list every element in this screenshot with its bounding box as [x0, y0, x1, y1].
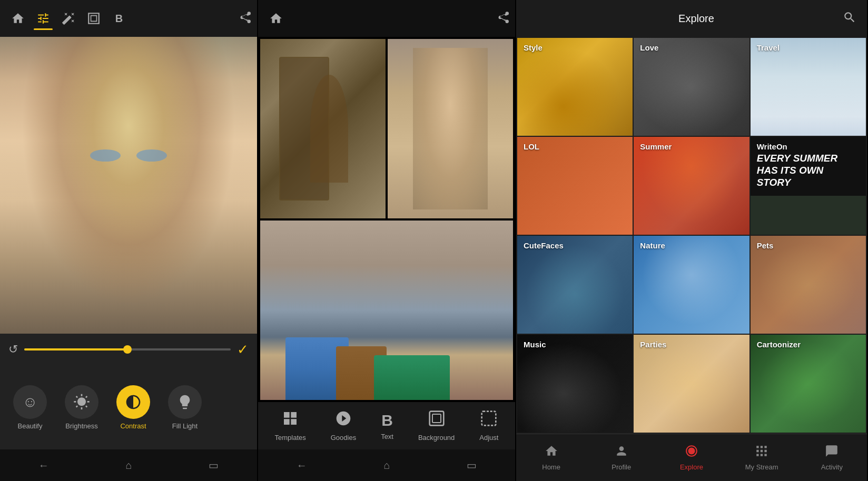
cartoonizer-label: Cartoonizer: [757, 340, 801, 349]
home-nav-label: Home: [542, 463, 560, 471]
lol-label: LOL: [524, 142, 539, 151]
collage-cell-boats[interactable]: [260, 221, 513, 400]
nav-profile[interactable]: Profile: [600, 444, 643, 471]
category-lol[interactable]: LOL: [517, 137, 633, 235]
music-label: Music: [524, 340, 546, 349]
middle-tools-row: Templates Goodies B Text Background: [258, 402, 515, 449]
magic-wand-icon[interactable]: [57, 7, 80, 30]
nav-home[interactable]: Home: [530, 444, 573, 471]
explore-nav-bar: Home Profile Explore My Stream Activity: [516, 434, 867, 481]
home-button-middle[interactable]: ⌂: [383, 459, 390, 472]
explore-nav-icon: [685, 444, 698, 461]
tool-contrast[interactable]: Contrast: [110, 385, 157, 430]
back-button-middle[interactable]: ←: [297, 459, 307, 472]
category-travel[interactable]: Travel: [751, 38, 866, 136]
frame-icon[interactable]: [82, 7, 105, 30]
home-icon-left[interactable]: [6, 7, 29, 30]
background-icon: [428, 410, 445, 430]
tool-fill-light[interactable]: Fill Light: [161, 385, 209, 430]
photo-canvas-left: [0, 37, 257, 334]
profile-nav-icon: [615, 444, 628, 461]
category-cutefaces[interactable]: CuteFaces: [517, 236, 633, 334]
goodies-label: Goodies: [331, 434, 356, 442]
svg-rect-0: [429, 412, 443, 426]
category-writeon[interactable]: WriteOn Every Summer Has Its Own Story: [751, 137, 866, 235]
left-toolbar-icons: B: [6, 7, 237, 30]
category-nature[interactable]: Nature: [634, 236, 749, 334]
text-bold-icon[interactable]: B: [107, 7, 131, 30]
beautify-icon: ☺: [13, 385, 47, 419]
mystream-nav-label: My Stream: [745, 463, 778, 471]
tool-text-middle[interactable]: B Text: [381, 412, 393, 440]
text-icon-middle: B: [381, 412, 393, 429]
nav-mystream[interactable]: My Stream: [741, 444, 783, 471]
writeon-label: WriteOn: [757, 142, 787, 151]
parties-label: Parties: [640, 340, 666, 349]
brightness-icon: [65, 385, 98, 419]
category-love[interactable]: Love: [634, 38, 749, 136]
collage-cell-girl[interactable]: [388, 39, 513, 218]
left-panel: B ↺ ✓ ☺ Beautify: [0, 0, 258, 481]
search-icon-explore[interactable]: [843, 11, 856, 26]
svg-rect-1: [432, 414, 441, 423]
nav-activity[interactable]: Activity: [811, 444, 853, 471]
background-label: Background: [418, 434, 455, 442]
activity-nav-label: Activity: [821, 463, 843, 471]
cutefaces-label: CuteFaces: [524, 241, 564, 250]
undo-button[interactable]: ↺: [8, 343, 18, 356]
home-icon-middle[interactable]: [264, 7, 288, 30]
category-cartoonizer[interactable]: Cartoonizer: [751, 335, 866, 433]
fill-light-icon: [168, 385, 202, 419]
templates-icon: [282, 410, 299, 430]
middle-panel: Templates Goodies B Text Background: [258, 0, 516, 481]
templates-label: Templates: [274, 434, 305, 442]
category-parties[interactable]: Parties: [634, 335, 749, 433]
back-button-left[interactable]: ←: [38, 459, 49, 472]
nav-explore[interactable]: Explore: [670, 444, 713, 471]
confirm-button[interactable]: ✓: [237, 342, 249, 358]
adjust-tools-icon[interactable]: [32, 7, 55, 30]
tool-beautify[interactable]: ☺ Beautify: [6, 385, 54, 430]
adjust-label: Adjust: [479, 434, 498, 442]
tool-goodies[interactable]: Goodies: [331, 410, 356, 442]
category-style[interactable]: Style: [517, 38, 633, 136]
home-button-left[interactable]: ⌂: [125, 459, 132, 472]
adjust-icon: [480, 410, 497, 430]
recents-button-middle[interactable]: ▭: [467, 459, 477, 472]
middle-bottom-bar: Templates Goodies B Text Background: [258, 402, 515, 481]
slider-fill: [24, 348, 127, 350]
style-label: Style: [524, 43, 542, 52]
middle-nav-bar: ← ⌂ ▭: [258, 449, 515, 481]
contrast-slider[interactable]: [24, 348, 231, 350]
explore-nav-label-text: Explore: [680, 463, 703, 471]
bottom-controls-left: ↺ ✓ ☺ Beautify Brightness C: [0, 334, 257, 449]
fill-light-label: Fill Light: [172, 422, 198, 430]
brightness-label: Brightness: [65, 422, 97, 430]
share-icon-left[interactable]: [237, 10, 251, 27]
contrast-label: Contrast: [120, 422, 146, 430]
left-nav-bar: ← ⌂ ▭: [0, 449, 257, 481]
collage-cell-bike[interactable]: [260, 39, 386, 218]
recents-button-left[interactable]: ▭: [209, 459, 219, 472]
tool-brightness[interactable]: Brightness: [58, 385, 105, 430]
text-label-middle: Text: [381, 433, 393, 440]
tool-adjust[interactable]: Adjust: [479, 410, 498, 442]
writeon-special-text: Every Summer Has Its Own Story: [757, 153, 860, 188]
travel-label: Travel: [757, 43, 780, 52]
category-summer[interactable]: Summer: [634, 137, 749, 235]
tool-templates[interactable]: Templates: [274, 410, 305, 442]
tool-background[interactable]: Background: [418, 410, 455, 442]
share-icon-middle[interactable]: [495, 10, 509, 27]
slider-thumb[interactable]: [123, 345, 132, 354]
beautify-label: Beautify: [18, 422, 43, 430]
explore-categories-grid: Style Love Travel LOL Summer WriteOn Eve…: [516, 37, 867, 434]
tool-icons-row: ☺ Beautify Brightness Contrast Fill Lig: [0, 365, 257, 449]
svg-rect-2: [482, 412, 496, 426]
slider-row: ↺ ✓: [0, 334, 257, 365]
category-music[interactable]: Music: [517, 335, 633, 433]
collage-canvas: [258, 37, 515, 402]
summer-label: Summer: [640, 142, 672, 151]
category-pets[interactable]: Pets: [751, 236, 866, 334]
left-toolbar: B: [0, 0, 257, 37]
explore-title: Explore: [678, 13, 714, 25]
